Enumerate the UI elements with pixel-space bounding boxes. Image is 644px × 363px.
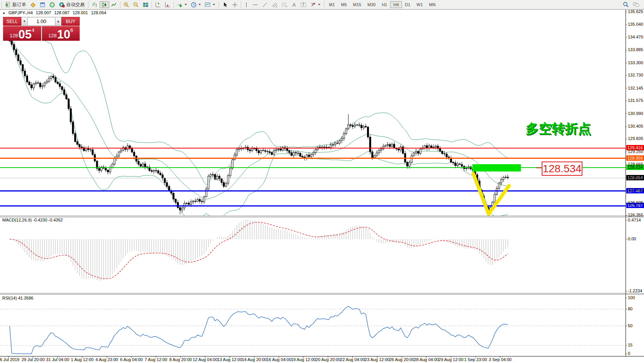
search-button[interactable]	[621, 1, 631, 8]
timeframe-button-MN[interactable]: MN	[426, 1, 439, 8]
candlestick-chart-button[interactable]	[100, 1, 109, 8]
market-watch-icon	[30, 2, 36, 8]
line-chart-button[interactable]	[109, 1, 119, 8]
sell-price-pip: 4	[32, 27, 34, 33]
trendline-button[interactable]	[260, 1, 270, 8]
line-chart-icon	[111, 2, 117, 8]
timeframe-button-W1[interactable]: W1	[414, 1, 426, 8]
navigator-button[interactable]	[47, 1, 57, 8]
sell-price-prefix: 128	[10, 33, 18, 38]
new-order-button[interactable]: 新订单	[3, 1, 28, 8]
navigator-icon	[49, 2, 55, 8]
bollinger-bands	[10, 33, 508, 220]
volume-increase-button[interactable]: ▲	[55, 17, 62, 26]
symbol-collapse-icon[interactable]: ▲	[2, 11, 5, 15]
ohlc-low: 128.001	[73, 10, 88, 15]
one-click-trading-panel: SELL ▼ ▲ BUY 128 05 4 128 10 6	[3, 17, 80, 41]
timeframe-button-M5[interactable]: M5	[338, 1, 350, 8]
templates-button[interactable]	[203, 1, 217, 8]
indicators-icon	[177, 2, 183, 8]
toolbar-drag-handle[interactable]	[88, 2, 88, 8]
indicators-button[interactable]	[175, 1, 189, 8]
cursor-button[interactable]	[220, 1, 230, 8]
arrows-icon	[310, 2, 316, 8]
chart-shift-button[interactable]	[153, 1, 163, 8]
volume-decrease-button[interactable]: ▼	[21, 17, 28, 26]
text-label-button[interactable]: T	[299, 1, 309, 8]
chat-icon	[633, 2, 640, 8]
zoom-out-button[interactable]	[131, 1, 141, 8]
autotrading-button[interactable]: 自动交易	[57, 1, 87, 8]
new-order-icon	[5, 2, 11, 8]
green-zone-annotation[interactable]	[472, 164, 521, 172]
zoom-in-icon	[123, 2, 129, 8]
macd-indicator-label: MACD(12,26,9) -0.4230 -0.4352	[2, 218, 63, 222]
arrows-button[interactable]	[309, 1, 322, 8]
panel-separator[interactable]	[0, 216, 644, 216]
panel-separator[interactable]	[0, 293, 644, 293]
bar-chart-button[interactable]	[90, 1, 100, 8]
svg-text:T: T	[302, 3, 305, 7]
rsi-indicator-label: RSI(14) 41.3586	[2, 296, 33, 300]
chat-button[interactable]	[631, 1, 642, 8]
chart-plot-area[interactable]	[0, 0, 644, 363]
zoom-in-button[interactable]	[122, 1, 131, 8]
candlesticks	[9, 37, 509, 214]
macd-histogram	[10, 220, 508, 281]
buy-price-big: 10	[57, 30, 70, 40]
auto-scroll-button[interactable]	[163, 1, 172, 8]
dropdown-caret	[199, 4, 201, 5]
volume-input[interactable]	[28, 17, 55, 26]
dropdown-caret	[185, 4, 187, 5]
toolbar-drag-handle[interactable]	[2, 2, 2, 8]
terminal-window: 新订单 自动交易 E F A T	[0, 0, 644, 363]
timeframe-button-M15[interactable]: M15	[350, 1, 364, 8]
ohlc-high: 128.087	[54, 10, 70, 15]
buy-price-prefix: 128	[48, 33, 57, 38]
timeframe-button-H1[interactable]: H1	[379, 1, 390, 8]
crosshair-button[interactable]	[230, 1, 240, 8]
horizontal-line-button[interactable]	[250, 1, 260, 8]
timeframe-button-D1[interactable]: D1	[402, 1, 414, 8]
toolbar-drag-handle[interactable]	[324, 2, 324, 8]
text-icon: A	[292, 2, 297, 8]
channel-button[interactable]: E	[270, 1, 280, 8]
periods-button[interactable]	[189, 1, 203, 8]
vertical-line-button[interactable]	[242, 1, 250, 8]
cn-text-annotation[interactable]: 多空转折点	[526, 120, 591, 138]
vertical-line-icon	[244, 2, 249, 8]
sell-price-tile[interactable]: 128 05 4	[3, 26, 41, 41]
panel-separator[interactable]	[0, 217, 644, 217]
timeframe-bar: M1M5M15M30H1H4D1W1MN	[326, 1, 439, 8]
timeframe-button-M30[interactable]: M30	[364, 1, 379, 8]
time-axis-line[interactable]	[0, 356, 644, 356]
candlestick-chart-icon	[102, 2, 107, 8]
toolbar-drag-handle[interactable]	[219, 2, 219, 8]
data-window-button[interactable]	[38, 1, 47, 8]
dropdown-caret	[213, 4, 215, 5]
timeframe-button-H4[interactable]: H4	[390, 1, 402, 8]
fibonacci-button[interactable]: F	[280, 1, 290, 8]
price-axis-line[interactable]	[626, 9, 626, 356]
ohlc-close: 128.054	[91, 10, 106, 15]
buy-button[interactable]: BUY	[62, 17, 80, 26]
periods-clock-icon	[191, 2, 197, 8]
channel-icon: E	[272, 2, 278, 8]
market-watch-button[interactable]	[28, 1, 38, 8]
data-window-icon	[40, 2, 45, 8]
price-callout-box[interactable]: 128.534	[542, 162, 582, 176]
horizontal-line-icon	[252, 2, 258, 8]
tile-windows-icon	[143, 2, 148, 8]
timeframe-button-M1[interactable]: M1	[326, 1, 338, 8]
svg-text:A: A	[292, 2, 296, 8]
text-label-icon: T	[300, 2, 307, 8]
text-button[interactable]: A	[290, 1, 299, 8]
sell-button[interactable]: SELL	[3, 17, 21, 26]
rsi-line	[10, 306, 508, 354]
autotrading-icon	[59, 2, 65, 8]
buy-price-tile[interactable]: 128 10 6	[42, 26, 80, 41]
panel-separator[interactable]	[0, 294, 644, 295]
chart-shift-icon	[155, 2, 161, 8]
toolbar: 新订单 自动交易 E F A T	[0, 0, 644, 10]
tile-windows-button[interactable]	[141, 1, 150, 8]
